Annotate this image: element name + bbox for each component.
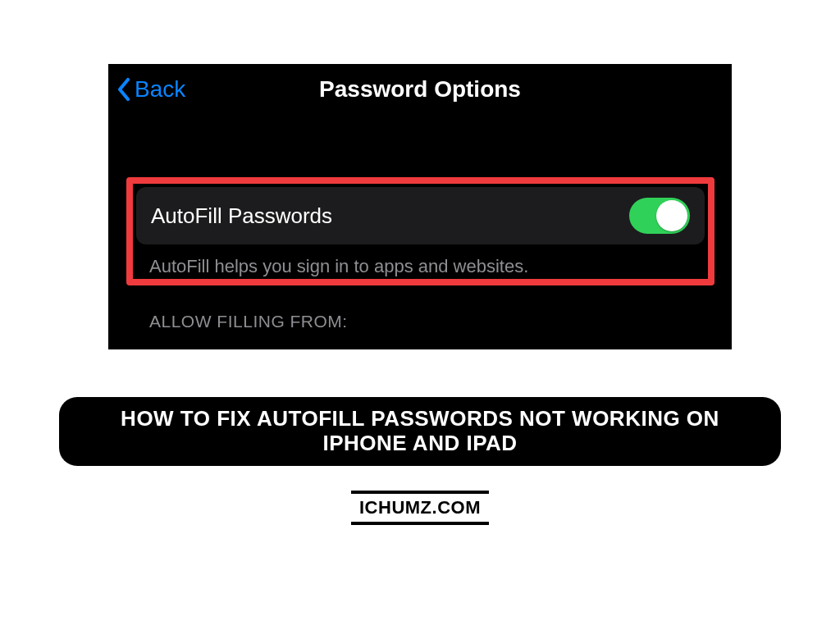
navigation-bar: Back Password Options <box>108 64 732 115</box>
page-title: Password Options <box>319 76 521 103</box>
allow-filling-from-header: ALLOW FILLING FROM: <box>149 312 348 331</box>
website-banner: ICHUMZ.COM <box>351 491 489 525</box>
highlight-annotation-box <box>126 177 714 285</box>
back-button[interactable]: Back <box>116 76 185 103</box>
back-label: Back <box>135 76 185 103</box>
article-title-banner: HOW TO FIX AUTOFILL PASSWORDS NOT WORKIN… <box>59 397 781 466</box>
ios-settings-screenshot: Back Password Options AutoFill Passwords… <box>108 64 732 349</box>
chevron-left-icon <box>116 77 131 102</box>
